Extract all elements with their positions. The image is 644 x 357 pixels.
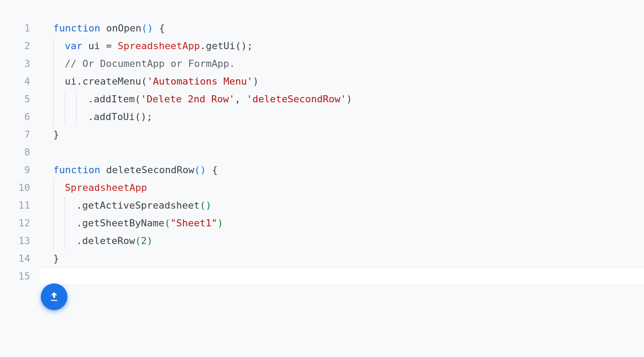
- code-line[interactable]: function onOpen() {: [40, 19, 644, 37]
- line-number: 14: [0, 250, 30, 268]
- code-token: (: [135, 93, 141, 105]
- current-line-highlight: [40, 268, 644, 285]
- code-token: addToUi: [94, 111, 135, 122]
- code-line[interactable]: .getActiveSpreadsheet(): [40, 197, 644, 214]
- code-token: {: [212, 164, 218, 175]
- code-token: ();: [235, 40, 253, 51]
- code-token: [112, 40, 118, 51]
- code-token: // Or DocumentApp or FormApp.: [65, 58, 235, 69]
- code-token: [100, 23, 106, 34]
- code-token: addItem: [94, 93, 135, 105]
- code-line[interactable]: // Or DocumentApp or FormApp.: [40, 55, 644, 73]
- code-line[interactable]: var ui = SpreadsheetApp.getUi();: [40, 37, 644, 55]
- code-token: .: [88, 93, 94, 105]
- code-token: (: [165, 217, 170, 229]
- code-line[interactable]: [40, 144, 644, 161]
- code-token: ui: [82, 40, 106, 51]
- code-token: onOpen: [106, 23, 141, 34]
- code-token: function: [53, 164, 100, 175]
- code-token: ): [253, 76, 259, 87]
- code-token: getUi: [206, 40, 235, 51]
- code-token: [206, 164, 212, 175]
- indent-guide: [76, 90, 88, 108]
- code-token: ();: [135, 111, 153, 122]
- upload-icon: [48, 291, 60, 303]
- indent-guide: [53, 55, 65, 73]
- code-token: ui: [65, 76, 77, 87]
- code-token: }: [53, 129, 59, 140]
- code-area[interactable]: function onOpen() {var ui = SpreadsheetA…: [40, 19, 644, 285]
- code-token: ): [346, 93, 352, 105]
- code-line[interactable]: SpreadsheetApp: [40, 179, 644, 197]
- code-token: (): [141, 23, 153, 34]
- line-number: 12: [0, 214, 30, 232]
- code-line[interactable]: }: [40, 126, 644, 144]
- code-line[interactable]: function deleteSecondRow() {: [40, 161, 644, 179]
- indent-guide: [65, 197, 76, 214]
- code-token: function: [53, 23, 100, 34]
- code-token: .: [76, 200, 82, 211]
- code-token: SpreadsheetApp: [65, 182, 147, 193]
- code-token: ): [147, 235, 153, 246]
- code-token: (: [135, 235, 141, 246]
- indent-guide: [65, 90, 76, 108]
- indent-guide: [65, 232, 76, 250]
- code-line[interactable]: [40, 268, 644, 285]
- code-token: var: [65, 40, 82, 51]
- code-token: deleteRow: [82, 235, 135, 246]
- code-token: 'Delete 2nd Row': [141, 93, 235, 105]
- line-number: 13: [0, 232, 30, 250]
- code-line[interactable]: }: [40, 250, 644, 268]
- code-token: [153, 23, 159, 34]
- code-token: ): [217, 217, 223, 229]
- code-token: {: [159, 23, 165, 34]
- indent-guide: [53, 197, 65, 214]
- line-number: 5: [0, 90, 30, 108]
- code-token: (): [200, 200, 212, 211]
- line-number-gutter: 123456789101112131415: [0, 19, 40, 285]
- code-line[interactable]: .addItem('Delete 2nd Row', 'deleteSecond…: [40, 90, 644, 108]
- code-token: }: [53, 253, 59, 264]
- indent-guide: [53, 90, 65, 108]
- code-token: createMenu: [82, 76, 141, 87]
- indent-guide: [53, 37, 65, 55]
- code-token: "Sheet1": [170, 217, 217, 229]
- code-token: .: [76, 217, 82, 229]
- code-token: getActiveSpreadsheet: [82, 200, 200, 211]
- line-number: 10: [0, 179, 30, 197]
- code-token: =: [106, 40, 112, 51]
- code-token: .: [77, 76, 82, 87]
- code-token: deleteSecondRow: [106, 164, 194, 175]
- indent-guide: [65, 214, 76, 232]
- line-number: 8: [0, 144, 30, 161]
- code-token: 2: [141, 235, 147, 246]
- line-number: 15: [0, 268, 30, 285]
- line-number: 9: [0, 161, 30, 179]
- line-number: 2: [0, 37, 30, 55]
- code-token: [100, 164, 106, 175]
- code-line[interactable]: .deleteRow(2): [40, 232, 644, 250]
- code-token: 'deleteSecondRow': [247, 93, 346, 105]
- code-token: [240, 93, 246, 105]
- code-token: (: [141, 76, 147, 87]
- code-token: SpreadsheetApp: [118, 40, 200, 51]
- indent-guide: [53, 214, 65, 232]
- code-token: .: [88, 111, 94, 122]
- indent-guide: [53, 108, 65, 126]
- indent-guide: [53, 73, 65, 90]
- code-line[interactable]: .getSheetByName("Sheet1"): [40, 214, 644, 232]
- code-line[interactable]: .addToUi();: [40, 108, 644, 126]
- indent-guide: [53, 232, 65, 250]
- indent-guide: [53, 179, 65, 197]
- indent-guide: [76, 108, 88, 126]
- code-token: .: [76, 235, 82, 246]
- indent-guide: [65, 108, 76, 126]
- line-number: 11: [0, 197, 30, 214]
- upload-fab-button[interactable]: [41, 283, 67, 310]
- code-token: .: [200, 40, 206, 51]
- line-number: 3: [0, 55, 30, 73]
- code-editor[interactable]: 123456789101112131415 function onOpen() …: [0, 0, 644, 285]
- line-number: 4: [0, 73, 30, 90]
- code-token: (): [194, 164, 206, 175]
- code-line[interactable]: ui.createMenu('Automations Menu'): [40, 73, 644, 90]
